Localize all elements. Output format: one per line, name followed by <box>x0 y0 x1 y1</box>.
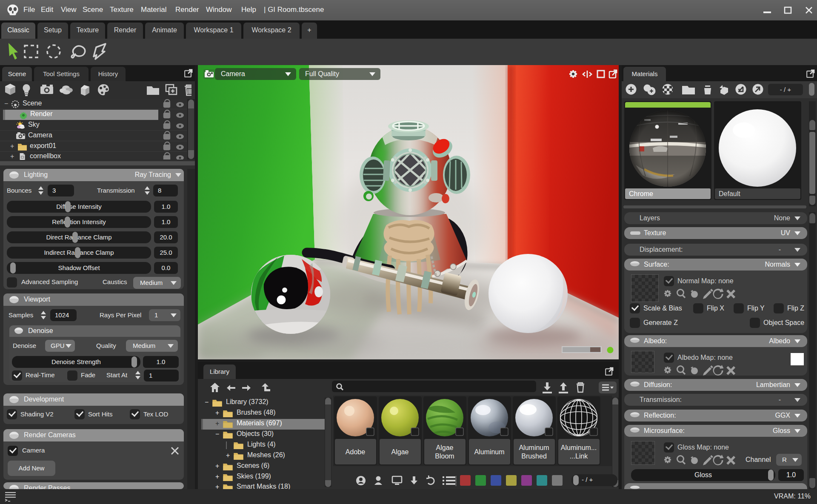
svg-text:Algae: Algae <box>436 444 454 451</box>
svg-text:Adobe: Adobe <box>346 448 365 456</box>
svg-text:Bloom: Bloom <box>435 453 454 460</box>
svg-text:Brushed: Brushed <box>521 453 547 460</box>
svg-text:Aluminum...: Aluminum... <box>561 444 597 451</box>
svg-text:Aluminum: Aluminum <box>474 448 504 456</box>
svg-text:...Link: ...Link <box>570 453 588 460</box>
svg-text:Aluminum: Aluminum <box>519 444 549 451</box>
svg-text:Algae: Algae <box>391 448 409 456</box>
